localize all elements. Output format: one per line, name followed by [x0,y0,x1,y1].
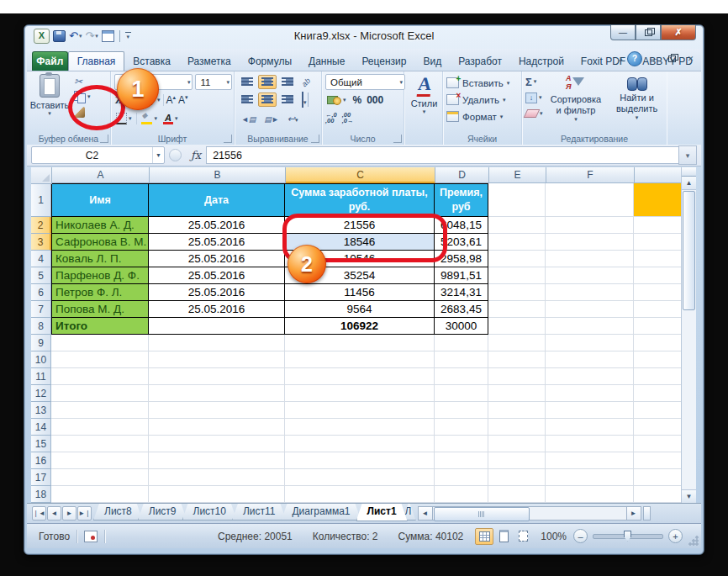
grid-cell[interactable] [634,452,682,469]
grid-cell[interactable] [546,402,634,419]
row-header[interactable]: 4 [31,251,51,267]
table-cell[interactable]: 25.05.2016 [149,301,285,318]
accounting-format-button[interactable]: ▾ [325,93,348,106]
table-cell[interactable]: 25.05.2016 [149,217,285,234]
row-header[interactable]: 13 [31,402,51,419]
row-header[interactable]: 2 [31,217,51,234]
grid-cell[interactable] [634,251,682,267]
increase-decimal-button[interactable]: ←,0,00 [325,112,337,124]
grid-cell[interactable] [435,351,488,368]
grid-cell[interactable] [634,385,682,402]
format-cells-button[interactable]: Формат▾ [446,109,520,124]
table-cell[interactable]: 25.05.2016 [149,284,285,301]
grid-cell[interactable] [488,335,546,351]
grid-cell[interactable] [546,267,634,284]
align-bottom-button[interactable] [278,75,297,89]
grid-cell[interactable] [546,419,634,436]
grid-cell[interactable] [488,402,546,419]
align-left-button[interactable] [238,92,256,107]
grid-cell[interactable] [488,469,546,486]
grid-cell[interactable] [435,486,488,503]
delete-cells-button[interactable]: Удалить▾ [446,92,520,107]
grid-cell[interactable] [285,486,435,503]
grid-cell[interactable] [634,419,682,436]
orientation-button[interactable] [298,76,314,89]
scroll-down-icon[interactable]: ▼ [682,489,696,503]
grid-cell[interactable] [634,267,682,284]
font-size-combo[interactable]: 11▾ [195,74,232,90]
grid-cell[interactable] [546,486,634,503]
table-cell[interactable]: Имя [51,183,149,217]
table-cell[interactable]: Парфенов Д. Ф. [51,267,149,284]
row-header[interactable]: 10 [31,351,51,368]
grid-cell[interactable] [435,436,488,452]
grid-cell[interactable] [51,351,149,368]
grid-cell[interactable] [634,234,682,251]
decrease-indent-button[interactable]: ◄▤ [238,108,259,128]
grid-cell[interactable] [546,251,634,267]
name-box[interactable]: C2 ▼ [31,146,165,164]
sheet-tab[interactable]: Лист9 [138,504,187,521]
table-cell[interactable]: 2683,45 [435,301,488,318]
collapse-ribbon-icon[interactable]: ▴ [619,55,623,63]
column-header[interactable]: F [546,167,635,183]
grid-cell[interactable] [634,318,682,335]
column-header[interactable]: D [435,167,489,183]
align-top-button[interactable] [238,75,256,89]
macro-record-icon[interactable] [84,531,98,542]
restore-button[interactable] [636,25,661,40]
horizontal-scroll-thumb[interactable] [434,507,530,521]
scroll-left-icon[interactable]: ◄ [418,506,433,521]
grid-cell[interactable] [488,436,546,452]
grid-cell[interactable] [546,452,634,469]
grid-cell[interactable] [546,351,634,368]
dialog-launcher-icon[interactable] [311,135,319,143]
grid-cell[interactable] [285,419,435,436]
autosum-button[interactable]: Σ▾ [525,75,543,88]
book-minimize-button[interactable]: — [646,54,661,65]
grid-cell[interactable] [285,351,435,368]
scroll-up-icon[interactable]: ▲ [682,177,696,190]
grid-cell[interactable] [634,402,682,419]
fill-button[interactable]: ↓▾ [525,91,543,104]
ribbon-tab[interactable]: Надстрой [510,52,572,71]
table-cell[interactable]: 25.05.2016 [149,267,285,284]
grid-cell[interactable] [51,486,149,503]
grid-cell[interactable] [488,183,546,217]
shrink-font-button[interactable]: А▾ [178,94,188,106]
zoom-out-button[interactable]: – [573,529,588,543]
ribbon-tab[interactable]: Вид [414,52,450,71]
grid-cell[interactable] [435,402,488,419]
scroll-right-icon[interactable]: ► [626,506,641,521]
grid-cell[interactable] [149,368,285,385]
grid-cell[interactable] [634,284,682,301]
align-center-button[interactable] [258,92,277,107]
grid-cell[interactable] [488,351,546,368]
grid-cell[interactable] [149,351,285,368]
grid-cell[interactable] [488,318,546,335]
decrease-decimal-button[interactable]: ,00,0→ [342,112,354,124]
grid-cell[interactable] [546,217,634,234]
number-format-combo[interactable]: Общий▾ [325,74,405,90]
table-cell[interactable]: Сафронова В. М. [51,234,149,251]
grid-cell[interactable] [285,385,435,402]
ribbon-tab[interactable]: Главная [68,51,125,71]
clear-button[interactable]: ▾ [525,107,543,120]
row-header[interactable]: 11 [31,368,51,385]
insert-cells-button[interactable]: Вставить▾ [446,76,520,90]
table-cell[interactable]: 9564 [285,301,435,318]
grid-cell[interactable] [285,335,435,351]
row-header[interactable]: 1 [31,183,51,217]
table-cell[interactable]: Итого [51,318,149,335]
sheet-tab[interactable]: Лист8 [93,504,143,521]
help-icon[interactable]: ? [627,51,642,66]
grid-cell[interactable] [546,436,634,452]
row-header[interactable]: 8 [31,318,51,335]
fill-color-button[interactable]: ▾ [140,113,160,125]
grid-cell[interactable] [51,452,149,469]
find-select-button[interactable]: Найти и выделить ▾ [609,74,665,123]
grid-cell[interactable] [546,335,634,351]
select-all-corner[interactable] [31,167,52,184]
dialog-launcher-icon[interactable] [100,135,108,143]
zoom-level[interactable]: 100% [541,531,567,542]
